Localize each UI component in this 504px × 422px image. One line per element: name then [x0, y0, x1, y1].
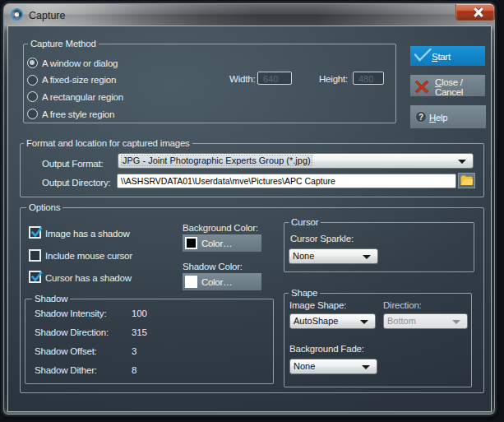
- svg-text:?: ?: [418, 113, 423, 122]
